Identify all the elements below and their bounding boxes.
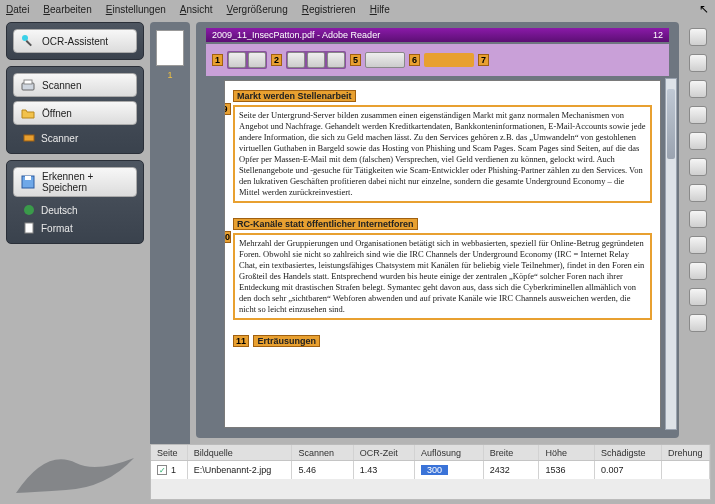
zone-number-11: 11 xyxy=(233,335,249,347)
tool-button[interactable] xyxy=(248,52,266,68)
rt-icon-1[interactable] xyxy=(689,28,707,46)
right-toolbar xyxy=(685,22,711,438)
col-hoehe[interactable]: Höhe xyxy=(539,445,595,460)
rt-icon-9[interactable] xyxy=(689,236,707,254)
tool-button[interactable] xyxy=(307,52,325,68)
wand-icon xyxy=(20,33,36,49)
svg-rect-3 xyxy=(24,80,32,84)
col-bildquelle[interactable]: Bildquelle xyxy=(188,445,293,460)
toolbar-group-2 xyxy=(286,51,346,69)
menu-vergroesserung[interactable]: Vergrößerung xyxy=(227,4,288,15)
col-ocr[interactable]: OCR-Zeit xyxy=(354,445,415,460)
page-icon xyxy=(23,222,35,234)
scannen-button[interactable]: Scannen xyxy=(13,73,137,97)
tool-button[interactable] xyxy=(228,52,246,68)
thumbnail-strip: 1 xyxy=(150,22,190,452)
globe-icon xyxy=(23,204,35,216)
menu-datei[interactable]: Datei xyxy=(6,4,29,15)
ocr-zone-9[interactable]: Seite der Untergrund-Server bilden zusam… xyxy=(233,105,652,203)
scrollbar-thumb[interactable] xyxy=(667,89,675,159)
svg-rect-4 xyxy=(24,135,34,141)
device-icon xyxy=(23,132,35,144)
scanner-label: Scanner xyxy=(41,133,78,144)
rt-icon-6[interactable] xyxy=(689,158,707,176)
sidebar-panel-2: Scannen Öffnen Scanner xyxy=(6,66,144,154)
cell-hoehe: 1536 xyxy=(539,461,595,479)
col-schaedigste[interactable]: Schädigste xyxy=(595,445,662,460)
vertical-scrollbar[interactable] xyxy=(665,78,677,430)
save-icon xyxy=(20,174,36,190)
deutsch-sub[interactable]: Deutsch xyxy=(13,201,137,219)
col-breite[interactable]: Breite xyxy=(484,445,540,460)
sidebar: OCR-Assistent Scannen Öffnen Scanner Erk… xyxy=(6,22,144,250)
zone-header-1[interactable]: Markt werden Stellenarbeit xyxy=(233,90,356,102)
zone-header-3[interactable]: Erträusungen xyxy=(253,335,320,347)
tool-button[interactable] xyxy=(327,52,345,68)
col-drehung[interactable]: Drehung xyxy=(662,445,710,460)
scanner-icon xyxy=(20,77,36,93)
menu-hilfe[interactable]: Hilfe xyxy=(370,4,390,15)
row-checkbox[interactable]: ✓ xyxy=(157,465,167,475)
rt-icon-10[interactable] xyxy=(689,262,707,280)
scanner-sub[interactable]: Scanner xyxy=(13,129,137,147)
menu-bearbeiten[interactable]: Bearbeiten xyxy=(43,4,91,15)
col-seite[interactable]: Seite xyxy=(151,445,188,460)
embedded-toolbar: 1 2 5 6 7 xyxy=(206,44,669,76)
table-row[interactable]: ✓1 E:\Unbenannt-2.jpg 5.46 1.43 300 2432… xyxy=(151,461,710,479)
cell-drehung xyxy=(662,461,710,479)
toolbar-group-1 xyxy=(227,51,267,69)
rt-icon-7[interactable] xyxy=(689,184,707,202)
rt-icon-2[interactable] xyxy=(689,54,707,72)
page-thumb-number: 1 xyxy=(167,70,172,80)
rt-icon-8[interactable] xyxy=(689,210,707,228)
oeffnen-button[interactable]: Öffnen xyxy=(13,101,137,125)
sidebar-panel-3: Erkennen + Speichern Deutsch Format xyxy=(6,160,144,244)
ocr-zone-10[interactable]: Mehrzahl der Gruppierungen und Organisat… xyxy=(233,233,652,320)
tb-num-5: 5 xyxy=(350,54,361,66)
cell-scannen: 5.46 xyxy=(292,461,353,479)
erkennen-label: Erkennen + Speichern xyxy=(42,171,130,193)
embedded-window-badge: 12 xyxy=(653,28,663,42)
rt-icon-12[interactable] xyxy=(689,314,707,332)
col-aufloesung[interactable]: Auflösung xyxy=(415,445,484,460)
cell-bildquelle: E:\Unbenannt-2.jpg xyxy=(188,461,293,479)
tool-button[interactable] xyxy=(287,52,305,68)
ocr-assistant-label: OCR-Assistent xyxy=(42,36,108,47)
menu-bar: Datei Bearbeiten Einstellungen Ansicht V… xyxy=(0,0,715,18)
embedded-window-titlebar[interactable]: 2009_11_InsecPatton.pdf - Adobe Reader 1… xyxy=(206,28,669,42)
tb-num-1: 1 xyxy=(212,54,223,66)
page-thumbnail[interactable] xyxy=(156,30,184,66)
table-header: Seite Bildquelle Scannen OCR-Zeit Auflös… xyxy=(151,445,710,461)
tb-num-2: 2 xyxy=(271,54,282,66)
col-scannen[interactable]: Scannen xyxy=(292,445,353,460)
svg-rect-1 xyxy=(26,40,32,46)
oeffnen-label: Öffnen xyxy=(42,108,72,119)
svg-rect-8 xyxy=(25,223,33,233)
tb-num-6: 6 xyxy=(409,54,420,66)
format-sub[interactable]: Format xyxy=(13,219,137,237)
rt-icon-3[interactable] xyxy=(689,80,707,98)
tool-field[interactable] xyxy=(365,52,405,68)
cell-seite: 1 xyxy=(171,465,176,475)
tb-num-7: 7 xyxy=(478,54,489,66)
menu-registrieren[interactable]: Registrieren xyxy=(302,4,356,15)
zone-header-2[interactable]: RC-Kanäle statt öffentlicher Internetfor… xyxy=(233,218,418,230)
cell-breite: 2432 xyxy=(484,461,540,479)
sidebar-panel-1: OCR-Assistent xyxy=(6,22,144,60)
cell-schaedigste: 0.007 xyxy=(595,461,662,479)
svg-point-7 xyxy=(24,205,34,215)
erkennen-button[interactable]: Erkennen + Speichern xyxy=(13,167,137,197)
cell-aufloesung: 300 xyxy=(421,465,448,475)
rt-icon-11[interactable] xyxy=(689,288,707,306)
menu-ansicht[interactable]: Ansicht xyxy=(180,4,213,15)
scannen-label: Scannen xyxy=(42,80,81,91)
menu-einstellungen[interactable]: Einstellungen xyxy=(106,4,166,15)
folder-open-icon xyxy=(20,105,36,121)
rt-icon-4[interactable] xyxy=(689,106,707,124)
ocr-assistant-button[interactable]: OCR-Assistent xyxy=(13,29,137,53)
rt-icon-5[interactable] xyxy=(689,132,707,150)
cell-ocr: 1.43 xyxy=(354,461,415,479)
toolbar-pill[interactable] xyxy=(424,53,474,67)
eagle-logo xyxy=(6,438,144,498)
main-viewer: 2009_11_InsecPatton.pdf - Adobe Reader 1… xyxy=(196,22,679,438)
